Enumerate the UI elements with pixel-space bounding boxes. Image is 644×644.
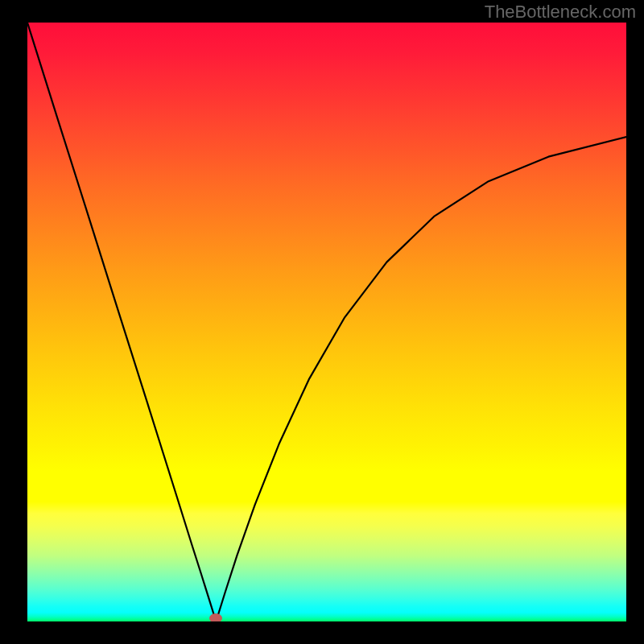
data-marker <box>209 613 222 623</box>
plot-area <box>24 19 630 625</box>
watermark-text: TheBottleneck.com <box>485 2 636 23</box>
chart-curve <box>27 23 626 621</box>
